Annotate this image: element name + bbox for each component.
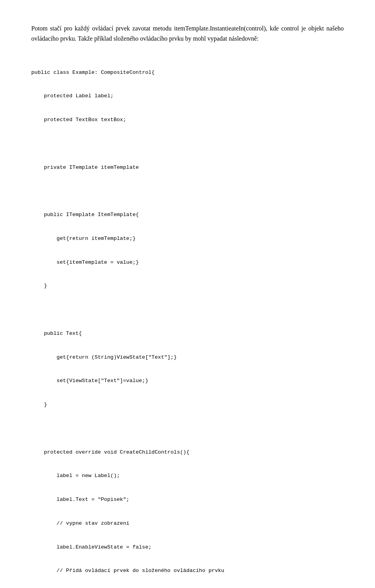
intro-paragraph: Potom stačí pro každý ovládací prvek zav… <box>31 23 344 43</box>
code-line: private ITemplate itemTemplate <box>31 164 344 172</box>
code-line <box>31 140 344 148</box>
code-line: set{itemTemplate = value;} <box>31 259 344 266</box>
code-block: public class Example: CompositeControl{ … <box>31 50 344 588</box>
code-line <box>31 425 344 433</box>
code-line: } <box>31 401 344 409</box>
code-line: label.Text = "Popisek"; <box>31 496 344 504</box>
code-line: label = new Label(); <box>31 472 344 480</box>
code-line: // Přidá ovládací prvek do složeného ovl… <box>31 567 344 575</box>
code-line: protected TextBox textBox; <box>31 116 344 124</box>
code-line <box>31 306 344 314</box>
code-line: set{ViewState["Text"]=value;} <box>31 377 344 385</box>
code-line: public Text{ <box>31 330 344 338</box>
code-line: get{return (String)ViewState["Text"];} <box>31 354 344 361</box>
code-line: public ITemplate ItemTemplate{ <box>31 211 344 219</box>
code-line: } <box>31 282 344 290</box>
code-line: public class Example: CompositeControl{ <box>31 69 344 77</box>
code-line: protected Label label; <box>31 92 344 100</box>
code-line: protected override void CreateChildContr… <box>31 449 344 456</box>
code-line: get{return itemTemplate;} <box>31 235 344 243</box>
code-line <box>31 187 344 195</box>
code-line: label.EnableViewState = false; <box>31 543 344 551</box>
page-content: Potom stačí pro každý ovládací prvek zav… <box>31 23 344 588</box>
code-line: // vypne stav zobrazení <box>31 520 344 527</box>
